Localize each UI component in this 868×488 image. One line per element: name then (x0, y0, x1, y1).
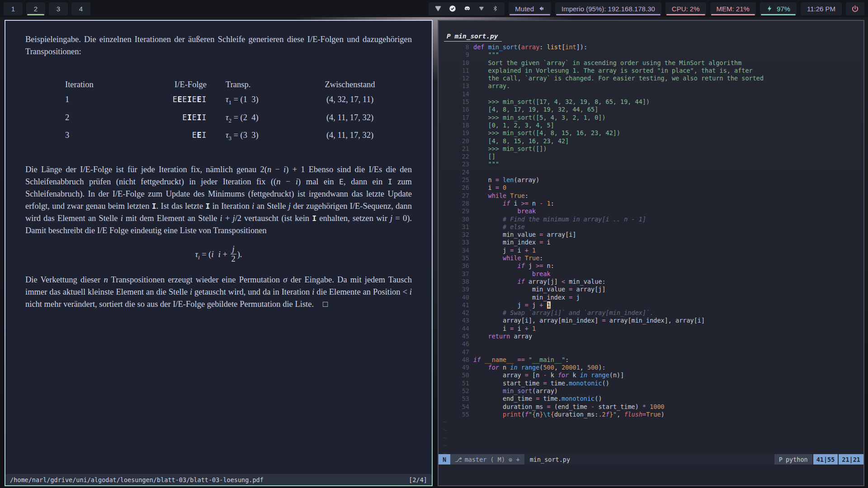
fraction: j2 (231, 245, 236, 264)
line-number: 48 (439, 356, 469, 364)
code-line: 9 """ (439, 51, 863, 59)
status-segments: MutedImperio (95%): 192.168.178.30CPU: 2… (509, 2, 842, 15)
code-line: 35 while True: (439, 254, 863, 262)
line-number: 21 (439, 145, 469, 153)
line-number: 39 (439, 286, 469, 293)
code-line-content: >>> min_sort([4, 8, 15, 16, 23, 42]) (469, 129, 620, 137)
code-line: 16 [4, 8, 17, 19, 19, 32, 44, 65] (439, 106, 863, 113)
pdf-paragraph-2: Die Länge der I/E-Folge ist für jede Ite… (25, 164, 412, 237)
status-volume[interactable]: Muted (509, 2, 551, 15)
line-number: 14 (439, 90, 469, 98)
code-line: 8def min_sort(array: list[int]): (439, 43, 863, 51)
code-line-content: array. (469, 82, 510, 90)
code-line: 41 j = j + 1 (439, 301, 863, 309)
line-number: 47 (439, 348, 469, 356)
shield-icon[interactable] (478, 5, 485, 12)
code-line: 28 if i >= n - 1: (439, 200, 863, 207)
code-line: 51 start_time = time.monotonic() (439, 380, 863, 387)
status-memory-label: MEM: 21% (717, 5, 750, 13)
discord-icon[interactable] (463, 5, 472, 13)
code-line: 40 min_index = j (439, 294, 863, 301)
table-cell-zwischenstand: (4, 11, 17, 32) (307, 129, 393, 145)
workspace-button-3[interactable]: 3 (49, 2, 68, 15)
code-line: 15 >>> min_sort([17, 4, 32, 19, 8, 65, 1… (439, 98, 863, 106)
line-number: 51 (439, 380, 469, 387)
code-line-content: # else (469, 223, 525, 231)
code-line-content: if j >= n: (469, 262, 554, 270)
line-number: 43 (439, 317, 469, 324)
code-line: 43 array[i], array[min_index] = array[mi… (439, 317, 863, 324)
check-circle-icon[interactable] (448, 5, 457, 13)
status-battery[interactable]: 97% (760, 2, 797, 15)
editor-cursor: 1 (547, 301, 551, 309)
empty-buffer-line: ~ (439, 418, 863, 426)
code-line-content: print(f"{n}\t{duration_ms:.2f}", flush=T… (469, 411, 665, 418)
code-line: 11 explained in Vorlesung 1. The array i… (439, 67, 863, 75)
line-number: 53 (439, 395, 469, 403)
line-number: 8 (439, 43, 469, 51)
line-number: 27 (439, 192, 469, 200)
workspace-button-1[interactable]: 1 (4, 2, 23, 15)
git-branch-label: master ( M) ⊙ + (465, 456, 520, 463)
line-number: 33 (439, 239, 469, 246)
pdf-document[interactable]: Beispieleingabe. Die einzelnen Iteration… (5, 21, 432, 474)
empty-buffer-line: ~ (439, 442, 863, 450)
code-line: 17 >>> min_sort([5, 4, 3, 2, 1, 0]) (439, 114, 863, 122)
status-clock[interactable]: 11:26 PM (801, 2, 842, 15)
line-number: 44 (439, 325, 469, 333)
git-status-segment: ⎇ master ( M) ⊙ + (450, 454, 524, 465)
code-line-content: end_time = time.monotonic() (469, 395, 602, 403)
code-line-content: # Find the minimum in array[i .. n - 1] (469, 216, 646, 223)
table-cell-transposition: τ2 = (2 4) (207, 112, 307, 127)
code-area[interactable]: 8def min_sort(array: list[int]):9 """10 … (439, 43, 863, 458)
code-line-content: break (469, 270, 551, 278)
status-network[interactable]: Imperio (95%): 192.168.178.30 (555, 2, 661, 15)
arrow-down-icon[interactable] (434, 5, 442, 13)
status-memory[interactable]: MEM: 21% (710, 2, 756, 15)
code-line: 55 print(f"{n}\t{duration_ms:.2f}", flus… (439, 411, 863, 418)
power-button[interactable] (846, 2, 864, 15)
table-cell-iteration: 1 (65, 94, 137, 109)
status-network-label: Imperio (95%): 192.168.178.30 (561, 5, 655, 13)
pdf-paragraph-1: Beispieleingabe. Die einzelnen Iteration… (25, 33, 412, 58)
table-cell-zwischenstand: (4, 11, 17, 32) (307, 112, 393, 127)
power-icon (851, 5, 859, 13)
table-header-4: Zwischenstand (307, 79, 393, 91)
code-line-content: duration_ms = (end_time - start_time) * … (469, 403, 665, 411)
editor-window: P min_sort.py 8def min_sort(array: list[… (438, 20, 864, 486)
code-line: 21 >>> min_sort([]) (439, 145, 863, 153)
workspace-button-2[interactable]: 2 (26, 2, 45, 15)
line-number: 20 (439, 137, 469, 145)
line-number: 50 (439, 371, 469, 379)
line-number: 28 (439, 200, 469, 207)
statusline-filename: min_sort.py (524, 454, 576, 465)
python-file-icon: P (447, 33, 451, 40)
pdf-table: IterationI/E-FolgeTransp.Zwischenstand1E… (65, 79, 412, 145)
code-line-content: j = i + 1 (469, 247, 536, 254)
code-line: 13 array. (439, 82, 863, 90)
line-number: 12 (439, 75, 469, 82)
line-number: 37 (439, 270, 469, 278)
line-number: 24 (439, 169, 469, 176)
bluetooth-icon[interactable] (491, 5, 499, 13)
line-number: 46 (439, 340, 469, 348)
code-line: 54 duration_ms = (end_time - start_time)… (439, 403, 863, 411)
code-line-content: min_value = array[j] (469, 286, 606, 293)
workspace-button-4[interactable]: 4 (71, 2, 90, 15)
code-line-content: explained in Vorlesung 1. The array is s… (469, 67, 753, 75)
table-cell-iteration: 2 (65, 112, 137, 127)
editor-tab[interactable]: P min_sort.py (444, 33, 502, 42)
table-cell-transposition: τ1 = (1 3) (207, 94, 307, 109)
statusline-location: 21|21 (839, 454, 863, 465)
line-number: 41 (439, 301, 469, 309)
code-line-content: """ (469, 160, 499, 168)
code-line-content: Sort the given `array` in ascending orde… (469, 59, 741, 67)
code-line: 39 min_value = array[j] (439, 286, 863, 293)
code-line: 14 (439, 90, 863, 98)
status-cpu-label: CPU: 2% (672, 5, 700, 13)
code-line-content: min_index = i (469, 239, 551, 246)
code-line: 10 Sort the given `array` in ascending o… (439, 59, 863, 67)
line-number: 55 (439, 411, 469, 418)
status-cpu[interactable]: CPU: 2% (665, 2, 706, 15)
code-line-content: >>> min_sort([5, 4, 3, 2, 1, 0]) (469, 114, 606, 122)
